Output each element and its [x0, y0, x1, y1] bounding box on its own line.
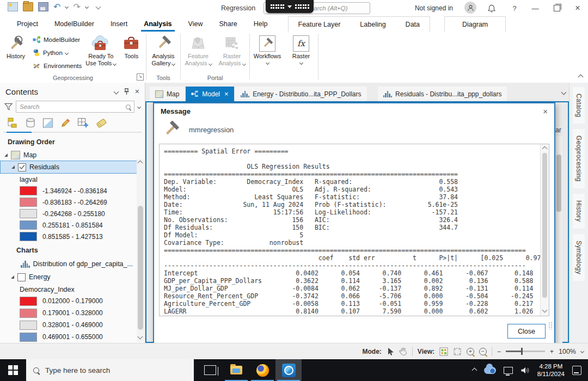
legend-row[interactable]: 0.851585 - 1.427513 — [0, 231, 145, 242]
customize-qat-icon[interactable] — [95, 4, 101, 10]
overview-icon[interactable] — [439, 347, 448, 356]
scroll-down-icon[interactable] — [138, 334, 143, 340]
legend-row[interactable]: -0.836183 - -0.264269 — [0, 196, 145, 208]
history-button[interactable]: History — [0, 33, 32, 60]
close-button[interactable]: Close — [507, 324, 546, 339]
list-by-editing-icon[interactable] — [60, 118, 71, 128]
legend-row[interactable]: -0.264268 - 0.255180 — [0, 208, 145, 219]
ribbon-tab[interactable]: Insert — [102, 16, 136, 32]
network-icon[interactable] — [504, 367, 513, 374]
ribbon-tab[interactable]: Help — [246, 16, 276, 32]
contents-search-input[interactable]: Search — [16, 101, 134, 113]
ready-to-use-tools-button[interactable]: Ready To Use Tools — [84, 33, 118, 67]
hidden-pane-scrollbar[interactable] — [555, 136, 562, 354]
view-tab-energy-chart[interactable]: Energy - Distributio...ita_PPP_Dollars — [235, 87, 367, 101]
zoom-out-icon[interactable]: − — [479, 348, 487, 355]
list-by-drawing-order-icon[interactable] — [7, 118, 19, 128]
legend-swatch[interactable] — [20, 232, 37, 241]
close-window-button[interactable]: × — [568, 0, 587, 16]
tools-button[interactable]: Tools — [118, 33, 145, 60]
new-project-icon[interactable] — [8, 2, 18, 11]
redo-dropdown-icon[interactable] — [85, 5, 89, 9]
python-button[interactable]: Python — [33, 48, 82, 58]
expand-icon[interactable] — [4, 153, 8, 157]
ribbon-tab[interactable]: Project — [9, 16, 46, 32]
ribbon-tab[interactable]: ModelBuilder — [46, 16, 102, 32]
raster-analysis-button[interactable]: Raster Analysis — [216, 33, 248, 67]
close-pane-icon[interactable]: × — [135, 87, 139, 96]
workflows-button[interactable]: Workflows — [252, 33, 283, 64]
action-center-icon[interactable] — [572, 366, 581, 375]
list-by-snapping-icon[interactable] — [95, 118, 107, 128]
scrollbar-thumb[interactable] — [138, 206, 143, 330]
zoom-slider[interactable] — [506, 351, 545, 352]
expand-icon[interactable] — [11, 275, 14, 279]
legend-row[interactable]: -1.346924 - -0.836184 — [0, 185, 145, 196]
minimize-button[interactable]: — — [526, 0, 544, 16]
docked-pane-tab[interactable]: History — [573, 194, 585, 228]
task-view-button[interactable] — [197, 359, 223, 381]
zoom-slider-plus[interactable]: + — [550, 348, 554, 355]
undo-icon[interactable]: ↶ — [53, 3, 60, 11]
layer-energy[interactable]: Energy — [0, 271, 145, 284]
docked-pane-tab[interactable]: Symbology — [573, 234, 585, 281]
firefox-button[interactable] — [249, 359, 275, 381]
taskbar-search-input[interactable]: Type here to search — [26, 359, 194, 381]
list-by-labeling-icon[interactable] — [77, 118, 89, 128]
context-tab[interactable]: Feature Layer — [289, 17, 351, 32]
context-tab[interactable]: Labeling — [350, 17, 395, 32]
zoom-dropdown-icon[interactable] — [580, 349, 584, 353]
list-by-data-source-icon[interactable] — [25, 118, 36, 128]
volume-icon[interactable] — [520, 366, 530, 374]
help-button[interactable]: ? — [505, 0, 524, 16]
arcgis-pro-button[interactable] — [275, 359, 302, 381]
energy-checkbox[interactable] — [17, 273, 26, 281]
expand-icon[interactable] — [11, 165, 15, 169]
legend-swatch[interactable] — [20, 309, 37, 318]
ribbon-tab[interactable]: Share — [211, 16, 245, 32]
save-project-icon[interactable] — [38, 2, 48, 11]
feature-analysis-button[interactable]: Feature Analysis — [182, 33, 214, 67]
legend-swatch[interactable] — [20, 186, 37, 195]
pane-menu-icon[interactable] — [113, 89, 119, 94]
legend-row[interactable]: 0.469001 - 0.655000 — [0, 331, 145, 343]
onedrive-icon[interactable] — [484, 367, 496, 374]
ribbon-tab[interactable]: View — [180, 16, 211, 32]
docked-pane-tab[interactable]: Geoprocessing — [573, 129, 585, 188]
dialog-launcher-icon[interactable]: ↘ — [137, 73, 144, 81]
avatar[interactable] — [464, 2, 476, 14]
view-tab-model[interactable]: Model × — [186, 87, 234, 101]
close-tab-icon[interactable]: × — [224, 90, 229, 98]
undo-dropdown-icon[interactable] — [65, 5, 69, 9]
start-button[interactable] — [0, 359, 26, 381]
select-mode-icon[interactable] — [387, 347, 394, 356]
legend-swatch[interactable] — [20, 220, 37, 230]
legend-row[interactable]: 0.255181 - 0.851584 — [0, 219, 145, 231]
dialog-close-icon[interactable]: × — [543, 107, 548, 116]
scrollbar-thumb[interactable] — [556, 155, 561, 212]
legend-swatch[interactable] — [20, 321, 37, 330]
zoom-percent[interactable]: 100% — [559, 348, 576, 355]
legend-swatch[interactable] — [20, 198, 37, 207]
pan-mode-icon[interactable] — [399, 347, 407, 356]
resize-grip[interactable] — [548, 322, 553, 329]
view-tab-map[interactable]: Map — [150, 87, 185, 101]
docked-pane-tab[interactable]: Catalog — [573, 87, 585, 124]
notifications-button[interactable] — [482, 0, 501, 16]
zoom-slider-knob[interactable] — [521, 348, 523, 355]
dialog-title-bar[interactable]: Message × — [154, 103, 554, 119]
scroll-down-icon[interactable] — [542, 308, 548, 313]
redo-icon[interactable]: ↷ — [73, 3, 80, 11]
scroll-up-icon[interactable] — [138, 161, 143, 166]
legend-swatch[interactable] — [20, 333, 37, 342]
scrollbar-thumb[interactable] — [542, 153, 547, 298]
legend-row[interactable]: 0.328001 - 0.469000 — [0, 319, 145, 331]
ribbon-tab[interactable]: Analysis — [136, 16, 180, 32]
residuals-checkbox[interactable] — [18, 163, 26, 171]
legend-swatch[interactable] — [20, 297, 37, 306]
open-project-icon[interactable] — [23, 2, 33, 11]
filter-icon[interactable] — [4, 103, 13, 110]
legend-row[interactable]: 0.179001 - 0.328000 — [0, 307, 145, 319]
zoom-slider-minus[interactable]: − — [497, 348, 501, 355]
fit-to-window-icon[interactable] — [453, 347, 462, 356]
